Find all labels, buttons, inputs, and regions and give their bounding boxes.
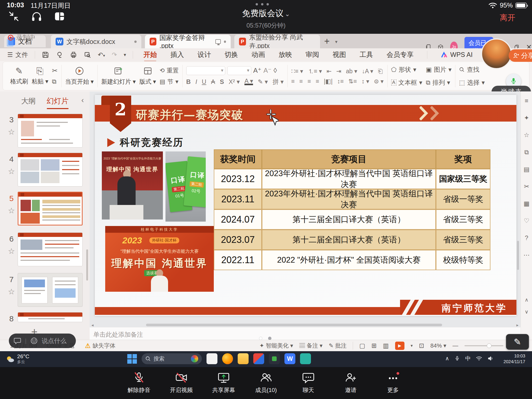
smartart-button[interactable]: ⎗ (378, 68, 383, 75)
annotation-button[interactable]: ✎ (506, 334, 529, 350)
undo-button[interactable]: ↶▾ (98, 51, 105, 58)
paste-button[interactable]: ⎘粘贴 ▾ (32, 66, 48, 85)
menu-design[interactable]: 设计 (197, 50, 211, 59)
more-panel-icon[interactable]: ⋯ (521, 251, 532, 259)
invite-button[interactable]: 邀请 (334, 371, 368, 394)
tab-list-chevron-icon[interactable]: ▾ (335, 39, 337, 45)
new-tab-button[interactable]: + (324, 36, 330, 47)
menu-animation[interactable]: 动画 (251, 50, 265, 59)
zoom-out-button[interactable]: — (453, 342, 458, 349)
pinyin-button[interactable]: 拼 ▾ (272, 78, 284, 86)
app-firefox[interactable] (222, 353, 233, 364)
play-from-page-button[interactable]: 当页开始 ▾ (65, 66, 94, 86)
slideshow-button[interactable]: ▶ (395, 342, 404, 350)
slide-thumbnail-7[interactable] (18, 273, 83, 307)
star-icon[interactable]: ☆ (6, 206, 17, 215)
para-spacing-button[interactable]: ⇅≡ (348, 78, 357, 85)
tab-outline[interactable]: 大纲 (21, 96, 36, 106)
more-button[interactable]: 更多 (376, 371, 410, 394)
find-button[interactable]: 查找 (459, 65, 485, 74)
select-button[interactable]: ⬚选择 ▾ (459, 78, 485, 87)
format-painter-button[interactable]: ✎格式刷 (10, 66, 28, 85)
tab-slides[interactable]: 幻灯片 (47, 96, 69, 106)
decrease-font-button[interactable]: A⁻ (263, 66, 271, 75)
read-view-button[interactable]: ▥ (383, 342, 389, 349)
prev-slide-icon[interactable]: ∧ (521, 297, 532, 303)
star-icon[interactable]: ☆ (6, 247, 17, 256)
settings-icon[interactable]: ✦ (521, 114, 532, 122)
chat-placeholder[interactable]: 说点什么 (42, 337, 66, 345)
slide-thumbnail-6[interactable] (18, 232, 83, 266)
new-slide-button[interactable]: 新建幻灯片 ▾ (101, 66, 136, 86)
app-wps[interactable]: W (284, 353, 295, 364)
slide[interactable]: 2 研赛并行—赛场突破 科研竞赛经历 2023 “理解当代中国”全国大学生外语能… (95, 95, 516, 316)
font-family-select[interactable] (186, 66, 225, 75)
layout-panel-icon[interactable]: ▦ (521, 200, 532, 207)
menu-review[interactable]: 审阅 (305, 50, 319, 59)
bullet-list-button[interactable]: ∷≡ ▾ (291, 68, 303, 75)
share-button[interactable]: 分享 (509, 49, 532, 62)
vertical-scrollbar[interactable] (517, 241, 519, 270)
file-menu[interactable]: ☰文件 (7, 51, 28, 59)
slideshow-chevron-icon[interactable]: ▾ (411, 343, 413, 348)
hscroll-thumb[interactable] (146, 324, 442, 326)
indent-button[interactable]: ⇥ (336, 68, 341, 75)
superscript-button[interactable]: X² ▾ (229, 78, 240, 85)
taskbar-search[interactable]: 搜索 (142, 353, 202, 364)
notes-strip[interactable]: 单击此处添加备注 (90, 327, 521, 340)
copy-panel-icon[interactable]: ⧉ (521, 149, 532, 156)
menu-home[interactable]: 开始 (143, 50, 157, 59)
line-spacing-button[interactable]: ↕≡ (337, 78, 344, 85)
scroll-right-icon[interactable]: ▸ (516, 323, 518, 328)
notes-button[interactable]: ▤ 备注 ▾ (299, 342, 322, 350)
tray-volume-icon[interactable] (487, 356, 493, 361)
copy-button[interactable]: ⧉ (52, 78, 58, 85)
meeting-title[interactable]: 免费版会议 ⌄ (0, 8, 532, 19)
start-video-button[interactable]: 开启视频 (164, 371, 198, 394)
app-red[interactable] (253, 353, 264, 364)
share-screen-button[interactable]: 共享屏幕 (207, 371, 241, 394)
doc-tab-2-active[interactable]: P 国家奖学金答辩 .pptx (145, 35, 231, 48)
app-teal[interactable] (300, 353, 311, 364)
justify-button[interactable]: ≡ (316, 78, 319, 85)
increase-font-button[interactable]: A⁺ (253, 66, 261, 75)
align-right-button[interactable]: ≡ (308, 78, 311, 85)
like-panel-icon[interactable]: ♡ (521, 217, 532, 224)
taskbar-clock[interactable]: 10:03 2024/11/17 (503, 353, 525, 365)
text-direction-button[interactable]: ab ▾ (346, 68, 357, 75)
start-button[interactable] (127, 354, 137, 364)
menu-tools[interactable]: 工具 (360, 50, 373, 59)
redo-button[interactable]: ↷ (112, 51, 117, 58)
menu-insert[interactable]: 插入 (170, 50, 184, 59)
output-icon[interactable] (56, 51, 63, 58)
app-file-explorer[interactable] (238, 353, 249, 364)
columns-button[interactable]: |◧| (324, 78, 333, 85)
vertical-text-button[interactable]: ↓A ▾ (362, 68, 373, 75)
menu-transition[interactable]: 切换 (224, 50, 238, 59)
horizontal-scrollbar[interactable]: ◂ ▸ (91, 323, 520, 327)
doc-tab-1[interactable]: W 文字稿docx.docx (51, 35, 141, 48)
number-list-button[interactable]: ⒈≡ ▾ (308, 67, 322, 75)
menu-slideshow[interactable]: 放映 (278, 50, 292, 59)
cut-button[interactable]: ✂ (52, 67, 58, 75)
align-left-button[interactable]: ≡ (291, 78, 295, 85)
strikethrough-button[interactable]: A (211, 78, 215, 85)
emoji-icon[interactable] (30, 337, 38, 345)
fit-screen-button[interactable]: ⊡ (419, 342, 424, 349)
chat-button[interactable]: 聊天 (291, 371, 325, 394)
app-notepad[interactable] (207, 353, 217, 364)
wps-ai-button[interactable]: WPS AI (441, 51, 473, 58)
app-screenshot[interactable] (269, 353, 280, 364)
bold-button[interactable]: B (186, 78, 191, 85)
shadow-button[interactable]: S (220, 78, 224, 85)
tray-wifi-icon[interactable] (476, 356, 482, 361)
ime-indicator[interactable]: 中 (465, 355, 471, 362)
layout-button[interactable]: 版式 ▾ (139, 66, 156, 86)
underline-button[interactable]: U (202, 78, 206, 85)
text-fit-button[interactable]: ⊜ ▾ (374, 78, 383, 85)
sorter-view-button[interactable]: ⊞ (371, 342, 377, 349)
menu-view[interactable]: 视图 (332, 50, 346, 59)
leave-button[interactable]: 离开 (500, 12, 515, 23)
slide-thumbnail-8[interactable] (18, 312, 83, 322)
next-slide-icon[interactable]: ∨ (521, 309, 532, 315)
